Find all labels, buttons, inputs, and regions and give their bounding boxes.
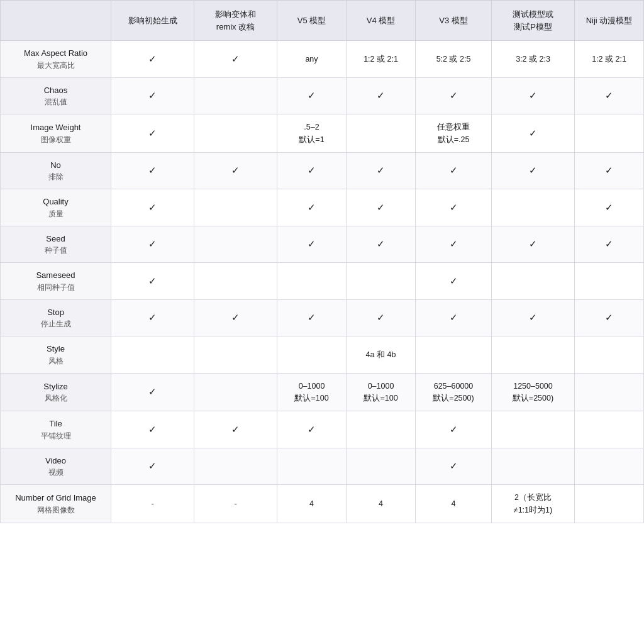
cell-value: .5–2默认=1 — [299, 123, 324, 144]
feature-name: Max Aspect Ratio — [8, 47, 103, 60]
checkmark: ✓ — [377, 90, 385, 101]
checkmark: ✓ — [450, 202, 458, 213]
feature-cell: Style风格 — [1, 336, 111, 374]
table-row: Chaos混乱值✓✓✓✓✓✓ — [1, 77, 644, 114]
table-row: Style风格4a 和 4b — [1, 336, 644, 374]
feature-cn: 风格 — [8, 355, 103, 367]
data-cell-col7 — [575, 373, 644, 411]
data-cell-col3: ✓ — [277, 226, 347, 263]
table-row: Sameseed相同种子值✓✓ — [1, 263, 644, 300]
data-cell-col1: ✓ — [111, 299, 194, 336]
checkmark: ✓ — [605, 312, 613, 323]
checkmark: ✓ — [148, 128, 157, 138]
feature-name: Stop — [8, 306, 103, 319]
data-cell-col6: ✓ — [492, 152, 575, 189]
cell-value: 1:2 或 2:1 — [592, 55, 626, 64]
data-cell-col3: ✓ — [277, 189, 347, 226]
data-cell-col5: ✓ — [416, 299, 492, 336]
data-cell-col1: ✓ — [111, 448, 194, 485]
checkmark: ✓ — [529, 165, 537, 175]
data-cell-col6: 2（长宽比≠1:1时为1) — [492, 485, 575, 523]
data-cell-col5: ✓ — [416, 77, 492, 114]
feature-cn: 排除 — [8, 171, 103, 182]
data-cell-col5: ✓ — [416, 448, 492, 485]
feature-name: Sameseed — [8, 269, 103, 282]
feature-cn: 混乱值 — [8, 96, 103, 108]
feature-name: Video — [8, 455, 103, 467]
data-cell-col7: ✓ — [575, 77, 644, 114]
column-header-col4: V4 模型 — [347, 1, 416, 41]
data-cell-col2: ✓ — [194, 41, 277, 78]
data-cell-col6: ✓ — [492, 77, 575, 114]
data-cell-col4: ✓ — [347, 77, 416, 114]
cell-value: 0–1000默认=100 — [294, 382, 328, 403]
table-row: Image Weight图像权重✓.5–2默认=1任意权重默认=.25✓ — [1, 114, 644, 153]
data-cell-col2 — [194, 373, 277, 411]
data-cell-col1: ✓ — [111, 114, 194, 153]
feature-name: Tile — [8, 418, 103, 430]
data-cell-col6: ✓ — [492, 226, 575, 263]
feature-cn: 停止生成 — [8, 318, 103, 330]
checkmark: ✓ — [450, 238, 458, 249]
data-cell-col4: 4 — [347, 485, 416, 523]
checkmark: ✓ — [231, 165, 240, 175]
feature-name: Stylize — [8, 380, 103, 393]
data-cell-col1: ✓ — [111, 373, 194, 411]
feature-name: Number of Grid Image — [8, 492, 103, 504]
data-cell-col5: 5:2 或 2:5 — [416, 41, 492, 78]
data-cell-col4: ✓ — [347, 152, 416, 189]
data-cell-col5: 625–60000默认=2500) — [416, 373, 492, 411]
checkmark: ✓ — [377, 202, 385, 213]
checkmark: ✓ — [450, 312, 458, 323]
data-cell-col6: ✓ — [492, 114, 575, 153]
data-cell-col2 — [194, 336, 277, 374]
data-cell-col3 — [277, 336, 347, 374]
data-cell-col1: ✓ — [111, 189, 194, 226]
checkmark: ✓ — [308, 312, 316, 323]
column-header-col7: Niji 动漫模型 — [575, 1, 644, 41]
table-row: Stop停止生成✓✓✓✓✓✓✓ — [1, 299, 644, 336]
data-cell-col5: ✓ — [416, 411, 492, 448]
data-cell-col7 — [575, 411, 644, 448]
feature-cell: Chaos混乱值 — [1, 77, 111, 114]
cell-value: 1250–5000默认=2500) — [513, 382, 553, 403]
table-row: Max Aspect Ratio最大宽高比✓✓any1:2 或 2:15:2 或… — [1, 41, 644, 78]
data-cell-col4: ✓ — [347, 189, 416, 226]
feature-name: Chaos — [8, 84, 103, 97]
data-cell-col5: 4 — [416, 485, 492, 523]
checkmark: ✓ — [605, 202, 613, 213]
cell-value: - — [234, 499, 236, 508]
data-cell-col6 — [492, 263, 575, 300]
data-cell-col2: ✓ — [194, 299, 277, 336]
checkmark: ✓ — [450, 424, 458, 435]
feature-name: Image Weight — [8, 121, 103, 134]
feature-cn: 相同种子值 — [8, 282, 103, 293]
data-cell-col4: 0–1000默认=100 — [347, 373, 416, 411]
data-cell-col7 — [575, 114, 644, 153]
feature-cell: Max Aspect Ratio最大宽高比 — [1, 41, 111, 78]
feature-cell: Tile平铺纹理 — [1, 411, 111, 448]
data-cell-col1: ✓ — [111, 41, 194, 78]
table-row: Stylize风格化✓0–1000默认=1000–1000默认=100625–6… — [1, 373, 644, 411]
checkmark: ✓ — [605, 165, 613, 175]
data-cell-col4 — [347, 411, 416, 448]
data-cell-col6: ✓ — [492, 299, 575, 336]
checkmark: ✓ — [529, 238, 537, 249]
data-cell-col1: - — [111, 485, 194, 523]
data-cell-col4: ✓ — [347, 299, 416, 336]
feature-name: Quality — [8, 196, 103, 208]
checkmark: ✓ — [148, 312, 157, 323]
data-cell-col6: 1250–5000默认=2500) — [492, 373, 575, 411]
data-cell-col1: ✓ — [111, 411, 194, 448]
checkmark: ✓ — [377, 165, 385, 175]
table-row: Number of Grid Image网格图像数--4442（长宽比≠1:1时… — [1, 485, 644, 523]
data-cell-col3 — [277, 448, 347, 485]
checkmark: ✓ — [148, 460, 157, 471]
data-cell-col7 — [575, 263, 644, 300]
data-cell-col2 — [194, 448, 277, 485]
checkmark: ✓ — [377, 312, 385, 323]
feature-name: Style — [8, 343, 103, 355]
data-cell-col7 — [575, 336, 644, 374]
checkmark: ✓ — [148, 165, 157, 175]
data-cell-col2: - — [194, 485, 277, 523]
